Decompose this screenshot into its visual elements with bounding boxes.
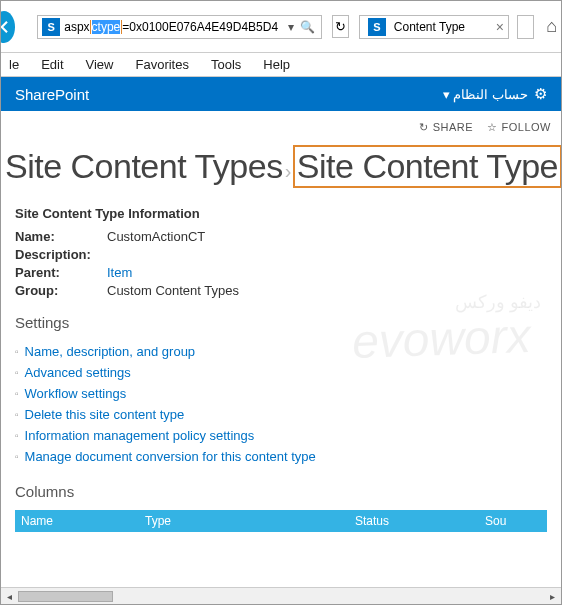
gear-icon[interactable]: ⚙ <box>534 85 547 103</box>
settings-link[interactable]: Workflow settings <box>25 386 127 401</box>
menu-edit[interactable]: Edit <box>41 57 63 72</box>
arrow-left-icon <box>0 18 13 36</box>
menu-bar: le Edit View Favorites Tools Help <box>1 53 561 77</box>
action-bar: ↻ SHARE ☆ FOLLOW <box>1 111 561 143</box>
name-label: Name: <box>15 229 107 244</box>
settings-link[interactable]: Information management policy settings <box>25 428 255 443</box>
desc-label: Description: <box>15 247 107 262</box>
page-title: Site Content Type <box>293 145 562 188</box>
settings-link[interactable]: Advanced settings <box>25 365 131 380</box>
chevron-right-icon: › <box>285 160 291 183</box>
col-name[interactable]: Name <box>15 514 145 528</box>
col-type[interactable]: Type <box>145 514 355 528</box>
follow-button[interactable]: ☆ FOLLOW <box>487 121 551 134</box>
sharepoint-icon: S <box>368 18 386 36</box>
info-header: Site Content Type Information <box>15 206 547 221</box>
close-icon[interactable]: × <box>496 19 504 35</box>
brand-label: SharePoint <box>15 86 89 103</box>
main-content: Site Content Type Information Name:Custo… <box>1 198 561 540</box>
home-icon[interactable]: ⌂ <box>546 16 557 37</box>
menu-favorites[interactable]: Favorites <box>135 57 188 72</box>
parent-label: Parent: <box>15 265 107 280</box>
scroll-left-icon[interactable]: ◂ <box>1 588 18 605</box>
columns-header-row: Name Type Status Sou <box>15 510 547 532</box>
menu-file[interactable]: le <box>9 57 19 72</box>
browser-chrome: S aspxctype=0x0100E076A4E49D4B5D4 ▾ 🔍 ↻ … <box>1 1 561 53</box>
dropdown-icon[interactable]: ▾ <box>288 20 294 34</box>
sharepoint-bar: SharePoint ⚙ حساب النظام ▾ <box>1 77 561 111</box>
menu-help[interactable]: Help <box>263 57 290 72</box>
group-label: Group: <box>15 283 107 298</box>
group-value: Custom Content Types <box>107 283 239 298</box>
settings-link[interactable]: Delete this site content type <box>25 407 185 422</box>
breadcrumb-parent[interactable]: Site Content Types <box>5 147 283 186</box>
url-text: aspxctype=0x0100E076A4E49D4B5D4 <box>64 20 278 34</box>
settings-header: Settings <box>15 314 547 331</box>
back-button[interactable] <box>0 11 15 43</box>
address-bar[interactable]: S aspxctype=0x0100E076A4E49D4B5D4 ▾ 🔍 <box>37 15 322 39</box>
col-source[interactable]: Sou <box>485 514 547 528</box>
account-menu[interactable]: حساب النظام ▾ <box>443 87 528 102</box>
columns-header: Columns <box>15 483 547 500</box>
breadcrumb: Site Content Types › Site Content Type <box>1 143 561 198</box>
menu-view[interactable]: View <box>86 57 114 72</box>
scroll-thumb[interactable] <box>18 591 113 602</box>
parent-link[interactable]: Item <box>107 265 132 280</box>
settings-list: Name, description, and group Advanced se… <box>15 341 547 467</box>
url-tools: ▾ 🔍 <box>288 20 321 34</box>
menu-tools[interactable]: Tools <box>211 57 241 72</box>
reload-button[interactable]: ↻ <box>332 15 349 38</box>
name-value: CustomActionCT <box>107 229 205 244</box>
browser-tab[interactable]: S Content Type × <box>359 15 509 39</box>
share-button[interactable]: ↻ SHARE <box>419 121 473 134</box>
settings-link[interactable]: Name, description, and group <box>25 344 196 359</box>
settings-link[interactable]: Manage document conversion for this cont… <box>25 449 316 464</box>
scroll-right-icon[interactable]: ▸ <box>544 588 561 605</box>
tab-title: Content Type <box>394 20 465 34</box>
col-status[interactable]: Status <box>355 514 485 528</box>
sharepoint-icon: S <box>42 18 60 36</box>
new-tab-button[interactable] <box>517 15 534 39</box>
scroll-track[interactable] <box>18 588 544 605</box>
search-icon[interactable]: 🔍 <box>300 20 315 34</box>
horizontal-scrollbar[interactable]: ◂ ▸ <box>1 587 561 604</box>
